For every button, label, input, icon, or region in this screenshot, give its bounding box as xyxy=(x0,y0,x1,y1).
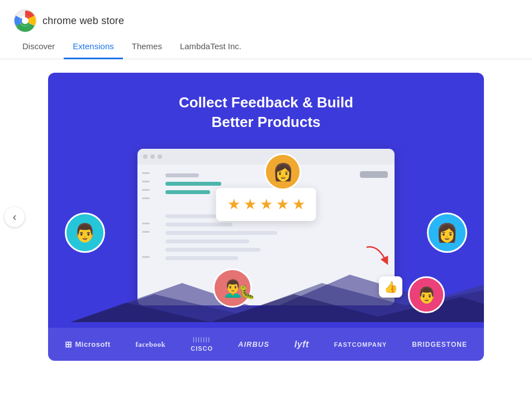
logo-airbus: AIRBUS xyxy=(238,340,269,348)
main-content: ‹ Collect Feedback & Build Better Produc… xyxy=(0,59,532,374)
star-3: ★ xyxy=(260,196,273,213)
tab-discover[interactable]: Discover xyxy=(13,35,64,59)
banner-top: Collect Feedback & Build Better Products xyxy=(48,73,484,132)
logo-cisco: ||||||| CISCO xyxy=(191,337,213,352)
header: chrome web store xyxy=(0,0,532,32)
logo-fastcompany: FASTCOMPANY xyxy=(334,341,387,348)
star-5: ★ xyxy=(292,196,305,213)
microsoft-icon: ⊞ xyxy=(65,340,73,350)
logo-lyft: lyft xyxy=(294,340,309,350)
svg-point-2 xyxy=(22,17,28,24)
browser-bar xyxy=(137,149,395,164)
sidebar-lines xyxy=(142,172,150,258)
browser-dot-2 xyxy=(150,154,155,159)
stars-container: ★ ★ ★ ★ ★ xyxy=(216,188,316,221)
nav-tabs: Discover Extensions Themes LambdaTest In… xyxy=(0,35,532,59)
avatar-man-left: 👨 xyxy=(65,213,105,253)
avatar-woman-top: 👩 xyxy=(264,153,301,190)
logo-bridgestone: BRIDGESTONE xyxy=(412,341,467,348)
star-1: ★ xyxy=(227,196,240,213)
illustration: ★ ★ ★ ★ ★ 👨 xyxy=(70,143,462,322)
like-card: 👍 xyxy=(379,276,402,298)
browser-button-mockup xyxy=(360,171,388,178)
logo-facebook: facebook xyxy=(135,340,165,349)
star-4: ★ xyxy=(276,196,289,213)
logos-bar: ⊞ Microsoft facebook ||||||| CISCO AIRBU… xyxy=(48,328,484,361)
red-arrow-icon xyxy=(361,242,395,272)
banner-title: Collect Feedback & Build Better Products xyxy=(70,93,462,132)
star-2: ★ xyxy=(244,196,256,213)
logo-microsoft: ⊞ Microsoft xyxy=(65,340,111,350)
browser-dot-3 xyxy=(158,154,162,159)
avatar-woman-right: 👩 xyxy=(427,213,467,253)
prev-banner-button[interactable]: ‹ xyxy=(4,207,25,227)
avatar-man-bottom-right: 👨 xyxy=(408,276,445,313)
tab-extensions[interactable]: Extensions xyxy=(64,35,122,59)
store-name: chrome web store xyxy=(42,15,124,27)
chrome-logo-icon xyxy=(13,9,37,32)
like-icon: 👍 xyxy=(384,280,398,294)
banner-card: Collect Feedback & Build Better Products xyxy=(48,73,484,361)
tab-lambdatest[interactable]: LambdaTest Inc. xyxy=(171,35,250,59)
bug-icon: 🐛 xyxy=(239,284,255,300)
logo-area: chrome web store xyxy=(13,9,124,32)
browser-dot-1 xyxy=(143,154,148,159)
tab-themes[interactable]: Themes xyxy=(123,35,171,59)
